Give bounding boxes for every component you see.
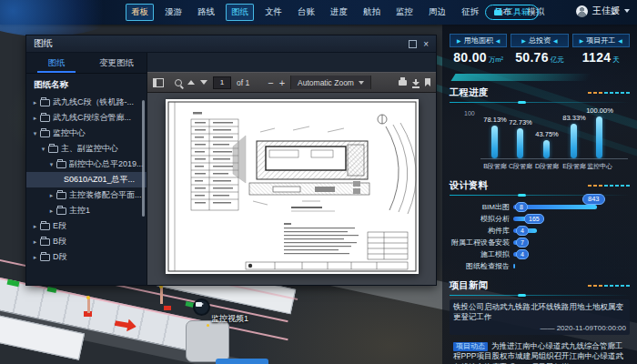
stat-header: ▶用地面积◀ (450, 34, 507, 47)
design-materials-chart: BIM出图8843模拟分析165构件库4附属工程设备安装7施工模拟4图纸检查报告 (450, 201, 630, 272)
tree-toggle-icon[interactable]: ▸ (31, 238, 39, 246)
tree-item-label: 副控中心总平2019... (69, 158, 144, 170)
tree-toggle-icon[interactable]: ▸ (31, 99, 39, 106)
expand-icon[interactable] (409, 40, 417, 48)
page-up-icon[interactable] (187, 80, 195, 85)
tree-item-label: 监控中心 (53, 127, 86, 139)
tree-toggle-icon[interactable]: ▾ (47, 161, 56, 168)
section-dashes (588, 92, 630, 94)
nav-item-周边[interactable]: 周边 (424, 5, 450, 20)
search-icon[interactable] (175, 79, 182, 86)
camera-label[interactable]: 监控视频1 (211, 313, 248, 325)
tree-item[interactable]: ▸武九线C段（铁机路-... (26, 95, 147, 110)
folder-icon (40, 115, 50, 122)
model-post (87, 298, 90, 313)
tree-item[interactable]: ▾副控中心总平2019... (26, 157, 147, 172)
tree-item[interactable]: ▾监控中心 (26, 126, 147, 141)
nav-item-文件[interactable]: 文件 (260, 5, 287, 20)
nav-item-看板[interactable]: 看板 (126, 4, 154, 21)
page-down-icon[interactable] (200, 80, 207, 85)
drawings-window-header[interactable]: 图纸 × (26, 35, 436, 53)
nav-item-征拆[interactable]: 征拆 (457, 5, 483, 20)
tree-toggle-icon[interactable]: ▸ (47, 192, 56, 199)
model-post (160, 288, 163, 304)
tree-item[interactable]: ▾主、副监控中心 (26, 141, 147, 157)
tree-toggle-icon[interactable]: ▸ (31, 254, 39, 261)
close-icon[interactable]: × (423, 41, 429, 47)
tree-scrollbar[interactable] (142, 100, 145, 217)
stat-unit: 亿元 (551, 56, 564, 65)
tree-toggle-icon[interactable]: ▾ (31, 130, 39, 137)
page-number-input[interactable] (213, 76, 231, 89)
tree-toggle-icon[interactable]: ▸ (31, 223, 39, 230)
bracket-left-icon: ▶ (457, 38, 461, 44)
nav-item-监控[interactable]: 监控 (391, 5, 418, 20)
user-menu[interactable]: 王佳媛 (576, 5, 630, 17)
nav-item-进度[interactable]: 进度 (326, 5, 352, 20)
toolbox-button[interactable]: 工具箱 (485, 5, 539, 20)
nav-item-航拍[interactable]: 航拍 (359, 5, 385, 20)
stat-value: 50.76 (515, 50, 549, 65)
section-underline (450, 295, 630, 296)
progress-category-label: 监控中心 (580, 162, 620, 171)
camera-dot-yellow (207, 324, 209, 327)
download-icon[interactable] (412, 79, 420, 86)
progress-bar-E段管廊 (571, 124, 577, 158)
design-value-bubble: 7 (516, 238, 529, 248)
popup-button-partial[interactable] (216, 359, 268, 364)
design-section-header: 设计资料 (450, 179, 630, 192)
nav-item-路线[interactable]: 路线 (193, 5, 219, 20)
folder-icon (40, 254, 50, 261)
camera-pin[interactable] (193, 298, 210, 316)
logo-glow (0, 0, 127, 36)
bracket-right-icon: ◀ (553, 38, 558, 44)
drawings-tree: ▸武九线C段（铁机路-...▸武九线C段综合管廊...▾监控中心▾主、副监控中心… (26, 95, 147, 265)
tab-changed-drawings[interactable]: 变更图纸 (86, 53, 147, 73)
chevron-down-icon (624, 9, 630, 13)
tree-item[interactable]: ▸E段 (26, 218, 147, 234)
news-item[interactable]: 铁投公司启动武九铁路北环线铁路用地土地权属变更登记工作—— 2020-11-09… (450, 299, 630, 335)
stat-header: ▶项目开工◀ (572, 34, 630, 47)
tree-item[interactable]: ▸主控1 (26, 203, 147, 218)
zoom-out-icon[interactable]: − (268, 78, 273, 87)
nav-item-图纸[interactable]: 图纸 (226, 4, 254, 21)
folder-icon (56, 192, 66, 199)
tree-toggle-icon[interactable]: ▾ (39, 146, 47, 153)
tree-toggle-icon[interactable]: ▸ (47, 207, 56, 215)
design-row-构件库: 构件库4 (450, 225, 630, 237)
tree-item-label: 主、副监控中心 (61, 143, 118, 155)
sidebar-toggle-icon[interactable] (153, 78, 164, 87)
news-item[interactable]: 项目动态为推进江南中心绿道武九线综合管廊工程PPP项目股权市城建局组织召开江南中… (450, 339, 630, 364)
nav-item-漫游[interactable]: 漫游 (160, 5, 187, 20)
design-section-title: 设计资料 (450, 179, 488, 192)
pdf-viewport[interactable] (147, 93, 436, 285)
zoom-select-value: Automatic Zoom (298, 78, 354, 87)
zoom-select[interactable]: Automatic Zoom (290, 76, 371, 89)
tree-item[interactable]: ▸武九线C段综合管廊... (26, 110, 147, 126)
bookmark-icon[interactable] (425, 78, 430, 86)
tree-item[interactable]: ▸D段 (26, 249, 147, 265)
design-row-图纸检查报告: 图纸检查报告 (450, 260, 630, 272)
tree-item[interactable]: ▸B段 (26, 234, 147, 249)
nav-item-台账[interactable]: 台账 (293, 5, 319, 20)
design-row-模拟分析: 模拟分析165 (450, 213, 630, 225)
toolbox-label: 工具箱 (505, 6, 530, 18)
print-icon[interactable] (399, 80, 407, 86)
user-avatar (576, 5, 588, 17)
stat-unit: 万m² (489, 56, 503, 65)
top-nav-bar: 看板漫游路线图纸文件台账进度航拍监控周边征拆场布模拟 工具箱 王佳媛 (0, 0, 637, 25)
tab-drawings[interactable]: 图纸 (26, 53, 86, 73)
drawings-window-title: 图纸 (34, 37, 53, 50)
design-row-BIM出图: BIM出图8843 (450, 201, 630, 213)
news-section-header: 项目新闻 (450, 279, 630, 292)
folder-icon (56, 207, 66, 215)
app-root: 监控视频1 看板漫游路线图纸文件台账进度航拍监控周边征拆场布模拟 工具箱 王佳媛… (0, 0, 637, 364)
progress-section-header: 工程进度 (450, 86, 630, 99)
progress-bar-D段管廊 (543, 140, 550, 158)
page-count-label: of 1 (237, 78, 249, 87)
tree-item[interactable]: S0610AZ01_总平... (26, 172, 147, 187)
zoom-in-icon[interactable]: + (279, 78, 285, 87)
tree-toggle-icon[interactable]: ▸ (31, 115, 39, 122)
tree-item[interactable]: ▸主控装修配合平面... (26, 187, 147, 203)
design-row-track: 7 (513, 237, 630, 248)
